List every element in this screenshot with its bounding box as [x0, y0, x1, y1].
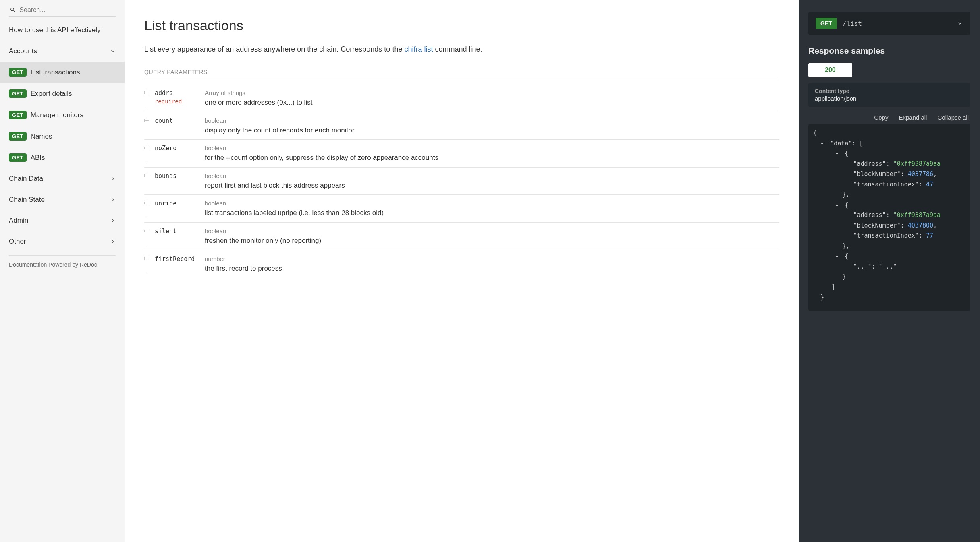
chevron-down-icon — [110, 48, 116, 54]
param-type: boolean — [205, 228, 779, 234]
endpoint-method-badge: GET — [816, 18, 837, 29]
endpoint-path: /list — [843, 20, 862, 27]
param-name: count — [155, 117, 173, 124]
tree-dash-icon — [144, 259, 149, 259]
main-content: List transactions List every appearance … — [125, 0, 799, 542]
collapse-toggle[interactable]: - — [820, 140, 824, 147]
param-row: silentbooleanfreshen the monitor only (n… — [144, 223, 779, 250]
param-type: boolean — [205, 172, 779, 179]
tree-dash-icon — [144, 176, 149, 176]
response-samples-title: Response samples — [808, 46, 970, 56]
sidebar-item-manage-monitors[interactable]: GET Manage monitors — [0, 104, 125, 126]
param-desc-cell: booleanlist transactions labeled upripe … — [205, 199, 779, 218]
sidebar-group-label: Accounts — [9, 47, 37, 55]
sidebar-group-chain-data[interactable]: Chain Data — [0, 168, 125, 189]
param-type: boolean — [205, 145, 779, 151]
sidebar-item-list-transactions[interactable]: GET List transactions — [0, 62, 125, 83]
content-type-box: Content type application/json — [808, 83, 970, 107]
sidebar-item-label: Manage monitors — [31, 111, 83, 119]
collapse-toggle[interactable]: - — [835, 201, 839, 209]
sidebar-item-label: Names — [31, 132, 52, 141]
powered-by-redoc-link[interactable]: Documentation Powered by ReDoc — [9, 261, 116, 268]
sidebar-item-abis[interactable]: GET ABIs — [0, 147, 125, 168]
sidebar-group-chain-state[interactable]: Chain State — [0, 189, 125, 210]
param-desc: for the --count option only, suppress th… — [205, 153, 779, 163]
sidebar-group-accounts[interactable]: Accounts — [0, 41, 125, 62]
param-name: unripe — [155, 200, 176, 207]
sidebar-item-label: Export details — [31, 90, 72, 98]
param-row: unripebooleanlist transactions labeled u… — [144, 195, 779, 223]
tree-dash-icon — [144, 231, 149, 231]
param-type: number — [205, 255, 779, 262]
method-badge: GET — [9, 132, 27, 141]
collapse-all-button[interactable]: Collapse all — [937, 114, 969, 121]
param-name-cell: firstRecord — [144, 254, 205, 274]
param-name: silent — [155, 228, 176, 235]
param-desc-cell: booleanfor the --count option only, supp… — [205, 144, 779, 163]
chevron-right-icon — [110, 176, 116, 182]
param-desc-cell: booleandisplay only the count of records… — [205, 116, 779, 136]
tree-dash-icon — [144, 203, 149, 203]
param-type: boolean — [205, 117, 779, 124]
param-name-cell: unripe — [144, 199, 205, 218]
sidebar-group-other[interactable]: Other — [0, 231, 125, 252]
method-badge: GET — [9, 153, 27, 162]
sidebar-item-names[interactable]: GET Names — [0, 126, 125, 147]
chevron-right-icon — [110, 197, 116, 203]
sidebar-howto[interactable]: How to use this API effectively — [0, 20, 125, 41]
param-table: addrsrequiredArray of strings one or mor… — [144, 85, 779, 277]
method-badge: GET — [9, 111, 27, 119]
copy-button[interactable]: Copy — [874, 114, 888, 121]
collapse-toggle[interactable]: - — [835, 252, 839, 260]
param-desc-cell: booleanreport first and last block this … — [205, 172, 779, 191]
response-samples-panel: GET /list Response samples 200 Content t… — [799, 0, 980, 542]
param-row: firstRecordnumber the first record to pr… — [144, 250, 779, 278]
content-type-label: Content type — [815, 88, 964, 94]
search-input[interactable] — [19, 6, 115, 14]
content-type-value: application/json — [815, 95, 964, 102]
param-row: boundsbooleanreport first and last block… — [144, 168, 779, 195]
param-name-cell: silent — [144, 227, 205, 246]
section-label: QUERY PARAMETERS — [144, 69, 779, 75]
param-name-cell: addrsrequired — [144, 89, 205, 108]
expand-all-button[interactable]: Expand all — [899, 114, 927, 121]
param-name: firstRecord — [155, 255, 195, 263]
method-badge: GET — [9, 89, 27, 98]
endpoint-bar[interactable]: GET /list — [808, 12, 970, 35]
param-name-cell: bounds — [144, 172, 205, 191]
tree-dash-icon — [144, 93, 149, 93]
sidebar-item-export-details[interactable]: GET Export details — [0, 83, 125, 104]
page-title: List transactions — [144, 18, 779, 33]
chifra-list-link[interactable]: chifra list — [404, 45, 433, 53]
param-row: noZerobooleanfor the --count option only… — [144, 140, 779, 168]
tree-dash-icon — [144, 148, 149, 148]
json-actions: Copy Expand all Collapse all — [808, 110, 970, 124]
search-box[interactable] — [9, 4, 116, 17]
sidebar-group-label: Other — [9, 238, 26, 246]
lead-text: List every appearance of an address anyw… — [144, 45, 404, 53]
sidebar-group-label: Chain State — [9, 196, 45, 204]
sidebar-group-label: Admin — [9, 217, 28, 225]
param-row: addrsrequiredArray of strings one or mor… — [144, 85, 779, 112]
chevron-right-icon — [110, 218, 116, 223]
sidebar-item-label: ABIs — [31, 154, 45, 162]
param-name-cell: noZero — [144, 144, 205, 163]
param-desc-cell: booleanfreshen the monitor only (no repo… — [205, 227, 779, 246]
sidebar-group-label: Chain Data — [9, 175, 43, 183]
method-badge: GET — [9, 68, 27, 77]
search-icon — [10, 6, 16, 14]
param-type: Array of strings — [205, 89, 779, 96]
tree-dash-icon — [144, 120, 149, 121]
chevron-right-icon — [110, 239, 116, 244]
sidebar: How to use this API effectively Accounts… — [0, 0, 125, 542]
param-desc: list transactions labeled upripe (i.e. l… — [205, 208, 779, 218]
sidebar-group-admin[interactable]: Admin — [0, 210, 125, 231]
collapse-toggle[interactable]: - — [835, 150, 839, 157]
param-desc: one or more addresses (0x...) to list — [205, 98, 779, 108]
status-tab-200[interactable]: 200 — [808, 63, 852, 77]
param-type: boolean — [205, 200, 779, 207]
param-desc: freshen the monitor only (no reporting) — [205, 236, 779, 246]
section-rule — [144, 79, 779, 79]
param-name: addrs — [155, 89, 173, 97]
param-row: countbooleandisplay only the count of re… — [144, 112, 779, 140]
